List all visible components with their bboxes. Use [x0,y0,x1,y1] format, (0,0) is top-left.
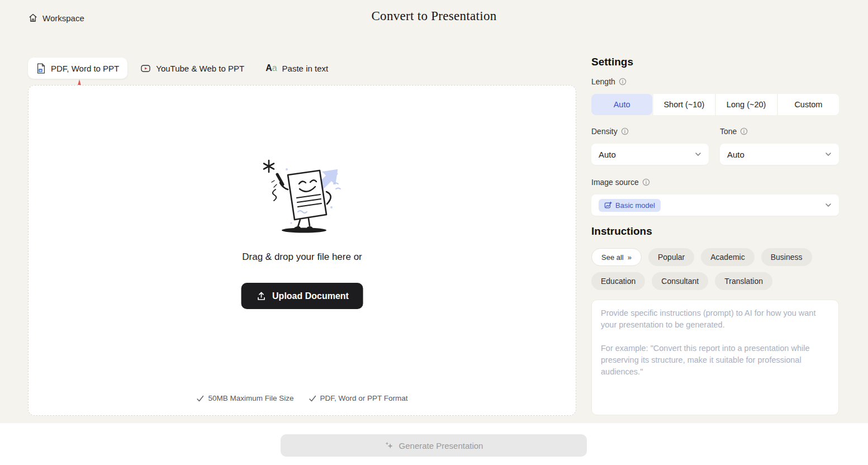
image-source-dropdown[interactable]: Basic model [591,194,839,216]
chevron-down-icon [825,202,832,208]
requirement-item: PDF, Word or PPT Format [309,394,408,402]
chevron-down-icon [825,151,832,158]
tag-academic[interactable]: Academic [701,248,754,266]
generate-button-label: Generate Presentation [399,441,483,450]
length-segmented-control: Auto Short (~10) Long (~20) Custom [591,94,839,115]
double-chevron-right-icon: » [628,253,632,262]
upload-icon [255,291,267,302]
length-option-long[interactable]: Long (~20) [716,94,777,115]
settings-heading: Settings [591,56,839,68]
tag-popular[interactable]: Popular [648,248,694,266]
length-option-custom[interactable]: Custom [778,94,839,115]
file-dropzone[interactable]: Drag & drop your file here or Upload Doc… [28,85,576,416]
info-icon[interactable] [619,78,627,86]
tab-paste-in-text[interactable]: Aa Paste in text [257,58,336,79]
text-aa-icon: Aa [265,64,277,73]
settings-panel: Settings Length Auto Short (~10) Long (~… [591,56,839,417]
tone-label: Tone [720,127,839,136]
tag-business[interactable]: Business [761,248,812,266]
instruction-tags-row-1: See all » Popular Academic Business [591,248,839,266]
tab-pdf-word-to-ppt[interactable]: w PDF, Word to PPT [28,58,127,79]
image-model-icon [604,201,612,209]
instruction-tags-row-2: Education Consultant Translation [591,272,839,290]
page-title: Convert to Presentation [0,9,868,23]
drag-drop-text: Drag & drop your file here or [29,252,576,263]
length-option-auto[interactable]: Auto [591,94,652,115]
density-dropdown[interactable]: Auto [591,144,709,165]
instructions-prompt-input[interactable] [591,300,839,415]
check-icon [309,395,316,402]
density-label: Density [591,127,709,136]
length-option-short[interactable]: Short (~10) [653,94,714,115]
upload-document-button[interactable]: Upload Document [241,283,363,309]
document-character-illustration [252,157,353,238]
sparkles-icon [385,441,394,450]
tab-youtube-web-to-ppt[interactable]: YouTube & Web to PPT [132,58,253,79]
tab-label: Paste in text [282,64,329,73]
image-source-label: Image source [591,178,839,187]
check-icon [196,395,204,402]
instructions-heading: Instructions [591,225,839,238]
tag-consultant[interactable]: Consultant [652,272,708,290]
chevron-down-icon [695,151,701,158]
generate-presentation-button[interactable]: Generate Presentation [281,434,587,457]
basic-model-pill: Basic model [599,199,661,212]
tab-label: YouTube & Web to PPT [156,64,244,73]
file-requirements: 50MB Maximum File Size PDF, Word or PPT … [29,394,576,402]
tab-label: PDF, Word to PPT [51,64,119,73]
word-doc-icon: w [36,63,46,74]
see-all-button[interactable]: See all » [591,248,642,266]
youtube-icon [140,63,151,74]
app-window: Workspace Convert to Presentation w PDF,… [0,0,868,465]
tag-translation[interactable]: Translation [715,272,772,290]
svg-text:w: w [39,69,42,72]
upload-button-label: Upload Document [272,291,349,301]
info-icon[interactable] [621,127,629,135]
footer-bar: Generate Presentation [0,423,868,465]
source-tabs: w PDF, Word to PPT YouTube & Web to PPT … [28,58,336,79]
length-label: Length [591,77,839,86]
requirement-item: 50MB Maximum File Size [196,394,293,402]
tone-dropdown[interactable]: Auto [720,144,839,165]
info-icon[interactable] [740,127,748,135]
tag-education[interactable]: Education [591,272,645,290]
info-icon[interactable] [642,178,650,186]
